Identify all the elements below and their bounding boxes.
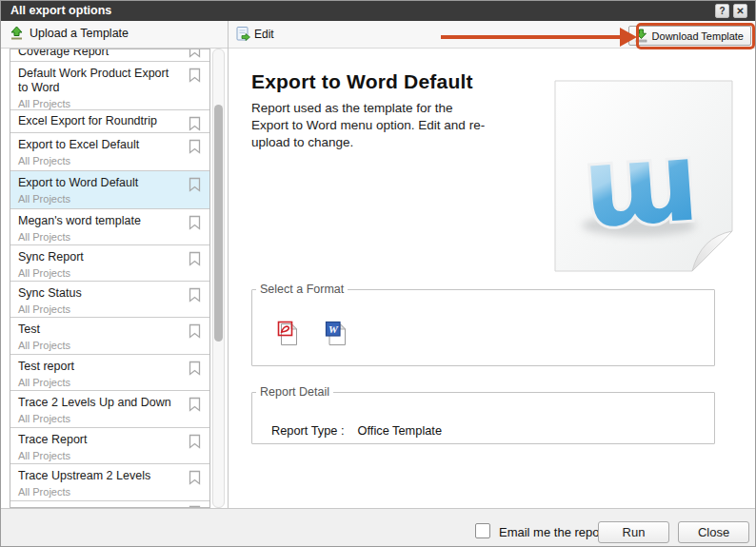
list-item[interactable]: Test report All Projects	[10, 355, 209, 391]
bookmark-icon[interactable]	[189, 139, 201, 154]
list-item[interactable]: Trace Upstream 2 Levels All Projects	[10, 464, 209, 501]
report-detail-legend: Report Detail	[256, 385, 333, 399]
list-item-label: Megan's word template	[10, 209, 209, 228]
word-format-icon[interactable]: W	[325, 321, 348, 346]
pdf-format-icon[interactable]	[277, 321, 299, 346]
email-report-label: Email me the report	[499, 525, 607, 539]
list-item-label: Default Work Product Export to Word	[10, 62, 209, 95]
list-item[interactable]: Sync Status All Projects	[10, 282, 209, 318]
list-item-label: Trace Report	[10, 428, 209, 447]
bookmark-icon[interactable]	[189, 49, 201, 58]
list-item-label: Test report	[10, 355, 209, 374]
list-scrollbar[interactable]	[212, 49, 225, 508]
list-item-sublabel: All Projects	[10, 374, 209, 388]
report-description: Report used as the template for the Expo…	[251, 100, 485, 151]
run-button[interactable]: Run	[598, 521, 669, 543]
email-report-checkbox[interactable]	[475, 523, 490, 538]
bookmark-icon[interactable]	[189, 397, 201, 412]
bookmark-icon[interactable]	[189, 251, 201, 266]
bookmark-icon[interactable]	[189, 470, 201, 485]
list-item-label: Coverage Report	[10, 49, 209, 59]
scrollbar-thumb[interactable]	[214, 105, 223, 342]
close-button[interactable]: Close	[678, 521, 749, 543]
dialog-titlebar: All export options ? ✕	[1, 1, 755, 21]
bookmark-icon[interactable]	[189, 287, 201, 303]
list-item-label: Trace Upstream 2 Levels	[10, 464, 209, 483]
select-format-section: Select a Format W	[251, 283, 715, 366]
list-item[interactable]: Default Work Product Export to Word All …	[10, 62, 209, 110]
bookmark-icon[interactable]	[189, 361, 201, 376]
list-item-sublabel: All Projects	[10, 228, 209, 243]
list-item-sublabel: All Projects	[10, 483, 209, 498]
list-item-label: Sync Status	[10, 282, 209, 301]
report-type-line: Report Type :Office Template	[271, 423, 442, 438]
list-item-sublabel: All Projects	[10, 337, 209, 351]
description-line: Report used as the template for the	[251, 100, 485, 117]
list-item-label: Trace 2 Levels Up and Down	[10, 391, 209, 410]
close-icon[interactable]: ✕	[733, 4, 747, 18]
upload-template-label: Upload a Template	[30, 27, 129, 40]
dialog-title: All export options	[10, 1, 111, 21]
left-toolbar: Upload a Template	[1, 21, 228, 49]
dialog-footer: Email me the report Run Close	[1, 508, 755, 547]
list-item[interactable]: Megan's word template All Projects	[10, 209, 209, 245]
svg-text:W: W	[328, 323, 339, 335]
bookmark-icon[interactable]	[189, 323, 201, 339]
word-template-image: ɯ	[546, 75, 743, 277]
list-item[interactable]: Excel Export for Roundtrip	[10, 110, 209, 133]
export-options-dialog: All export options ? ✕ Upload a Template…	[0, 0, 756, 547]
description-line: Export to Word menu option. Edit and re-	[251, 117, 485, 134]
bookmark-icon[interactable]	[189, 215, 201, 230]
list-item[interactable]: Export to Excel Default All Projects	[10, 133, 209, 171]
annotation-arrow-head	[620, 28, 637, 47]
list-item-label: Sync Report	[10, 245, 209, 264]
list-item-sublabel: All Projects	[10, 410, 209, 424]
help-icon[interactable]: ?	[715, 4, 729, 18]
svg-text:ɯ: ɯ	[579, 116, 703, 252]
description-line: upload to change.	[251, 134, 485, 151]
report-detail-section: Report Detail Report Type :Office Templa…	[251, 385, 715, 444]
list-item[interactable]: Sync Report All Projects	[10, 245, 209, 282]
list-item-label: Test	[10, 318, 209, 337]
list-item-sublabel: All Projects	[10, 95, 209, 109]
list-item-label: Excel Export for Roundtrip	[10, 110, 209, 128]
bookmark-icon[interactable]	[189, 434, 201, 449]
bookmark-icon[interactable]	[189, 177, 201, 192]
list-item-clipped[interactable]	[10, 501, 209, 508]
upload-template-button[interactable]: Upload a Template	[9, 26, 129, 41]
template-list-pane: Upload a Template Coverage Report Defaul…	[1, 21, 228, 508]
list-item-sublabel: All Projects	[10, 152, 209, 166]
report-type-value: Office Template	[358, 423, 442, 438]
template-list: Coverage Report Default Work Product Exp…	[10, 49, 210, 508]
list-item-selected[interactable]: Export to Word Default All Projects	[10, 171, 209, 209]
list-item-sublabel: All Projects	[10, 447, 209, 461]
list-item-sublabel: All Projects	[10, 301, 209, 315]
edit-label: Edit	[254, 28, 274, 41]
list-item-label: Export to Excel Default	[10, 133, 209, 152]
bookmark-icon[interactable]	[189, 116, 201, 131]
upload-icon	[9, 26, 25, 41]
detail-content: Export to Word Default Report used as th…	[229, 49, 756, 508]
detail-pane: Edit Download Template Export to Word De…	[228, 21, 756, 508]
edit-icon	[235, 26, 251, 42]
bookmark-icon[interactable]	[189, 68, 201, 83]
list-item-sublabel: All Projects	[10, 190, 209, 205]
report-type-label: Report Type :	[271, 423, 345, 438]
list-item-sublabel: All Projects	[10, 264, 209, 279]
format-icon-group: W	[277, 321, 348, 346]
select-format-legend: Select a Format	[256, 283, 348, 296]
report-title: Export to Word Default	[251, 70, 473, 93]
download-template-button[interactable]: Download Template	[628, 26, 751, 46]
list-item[interactable]: Test All Projects	[10, 318, 209, 355]
list-item-label: Export to Word Default	[10, 171, 209, 190]
list-item[interactable]: Trace Report All Projects	[10, 428, 209, 464]
list-item[interactable]: Coverage Report	[10, 49, 209, 62]
list-item[interactable]: Trace 2 Levels Up and Down All Projects	[10, 391, 209, 428]
download-template-label: Download Template	[652, 30, 744, 42]
annotation-arrow-line	[441, 35, 622, 39]
edit-button[interactable]: Edit	[235, 26, 274, 42]
